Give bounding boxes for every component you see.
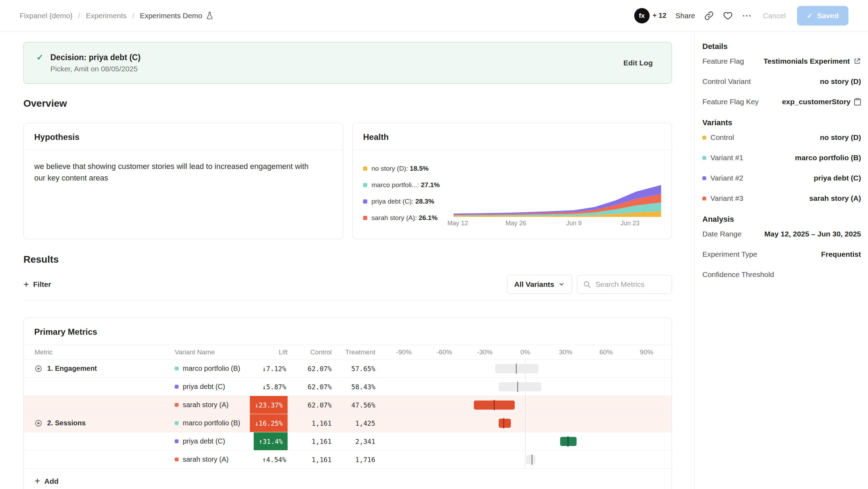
mean-tick: [503, 418, 504, 428]
confidence-interval-cell: [392, 396, 669, 414]
legend-item[interactable]: priya debt (C): 28.3%: [363, 198, 440, 205]
legend-label: sarah story (A): 26.1%: [371, 214, 437, 222]
mean-tick: [517, 382, 518, 392]
lift-value: ↓7.12%: [262, 365, 288, 373]
treatment-value: 2,341: [332, 438, 375, 445]
variants-dropdown[interactable]: All Variants: [507, 275, 572, 294]
confidence-interval-cell: [392, 451, 669, 468]
control-value: 1,161: [288, 419, 332, 427]
variant-color-dot: [702, 156, 706, 160]
external-link-icon[interactable]: [853, 57, 861, 65]
lift-value: ↓5.87%: [262, 383, 288, 391]
sidebar-row-label: Control: [710, 133, 734, 142]
sidebar-row-value: priya debt (C): [814, 174, 861, 182]
sidebar-row-value: Testimonials Experiment: [764, 57, 850, 65]
more-options-icon[interactable]: ⋯: [742, 11, 752, 21]
sidebar-section-heading: Analysis: [702, 215, 861, 224]
variant-cell: sarah story (A): [175, 401, 246, 409]
axis-tick-label: 90%: [640, 348, 653, 356]
health-title: Health: [353, 123, 672, 150]
x-axis-label: May 12: [447, 220, 468, 227]
sidebar-row: Feature Flag Keyexp_customerStory: [702, 97, 861, 106]
table-row[interactable]: 1. Engagementmarco portfolio (B)↓7.12%62…: [24, 360, 672, 378]
sidebar-row-label: Feature Flag Key: [702, 98, 759, 106]
confidence-interval-cell: [392, 360, 669, 377]
zero-axis-line: [525, 432, 526, 450]
copy-link-icon[interactable]: [704, 11, 714, 21]
treatment-value: 58.43%: [332, 383, 375, 391]
metric-name: 1. Engagement: [47, 364, 97, 373]
copy-clipboard-icon[interactable]: [854, 98, 861, 106]
sidebar-row-label: Feature Flag: [702, 57, 744, 65]
lift-value: ↑4.54%: [262, 456, 288, 463]
sidebar-row-label: Variant #3: [710, 194, 743, 203]
confidence-interval-bar: [495, 364, 538, 373]
breadcrumb-experiments[interactable]: Experiments: [86, 12, 127, 20]
sidebar-row-value: sarah story (A): [809, 194, 861, 203]
collaborators-count[interactable]: + 12: [653, 12, 666, 20]
sidebar-row-value: marco portfolio (B): [795, 154, 861, 162]
health-chart-xlabels: May 12May 26Jun 9Jun 23: [454, 220, 661, 228]
col-lift: Lift: [246, 348, 288, 356]
confidence-interval-cell: [392, 414, 669, 432]
collaborators[interactable]: fx + 12: [634, 8, 666, 23]
control-value: 1,161: [288, 456, 332, 463]
avatar[interactable]: fx: [634, 8, 650, 23]
sidebar-section-heading: Details: [702, 42, 861, 51]
zero-axis-line: [525, 451, 526, 468]
breadcrumb-current: Experiments Demo: [140, 12, 214, 20]
lift-value: ↓16.25%: [250, 414, 288, 432]
edit-log-button[interactable]: Edit Log: [623, 59, 653, 67]
favorite-heart-icon[interactable]: [723, 11, 733, 21]
header-actions: fx + 12 Share ⋯ Cancel ✓ Saved: [634, 6, 848, 26]
results-toolbar: + Filter All Variants: [23, 275, 672, 294]
health-legend: no story (D): 18.5%marco portfoli...: 27…: [363, 159, 440, 228]
breadcrumb-project[interactable]: Fixpanel {demo}: [20, 12, 73, 20]
variant-name: priya debt (C): [183, 383, 225, 391]
table-row[interactable]: priya debt (C)↑31.4%1,1612,341: [24, 432, 672, 451]
legend-swatch: [363, 166, 367, 171]
table-row[interactable]: sarah story (A)↓23.37%62.07%47.56%: [24, 396, 672, 414]
sidebar-row-value: exp_customerStory: [782, 98, 851, 106]
decision-title: Decision: priya debt (C): [50, 53, 140, 62]
search-input[interactable]: [595, 280, 666, 289]
variant-color-dot: [175, 458, 179, 461]
variant-cell: priya debt (C): [175, 383, 246, 391]
legend-item[interactable]: sarah story (A): 26.1%: [363, 214, 440, 222]
share-button[interactable]: Share: [675, 12, 695, 20]
top-bar: Fixpanel {demo} Experiments Experiments …: [0, 0, 868, 31]
treatment-value: 1,716: [332, 456, 375, 463]
variant-color-dot: [175, 367, 179, 370]
sidebar-row-value: Frequentist: [821, 250, 861, 258]
hypothesis-text: we believe that showing customer stories…: [24, 150, 331, 194]
saved-button[interactable]: ✓ Saved: [797, 6, 848, 26]
details-sidebar: DetailsFeature FlagTestimonials Experime…: [694, 31, 868, 489]
control-value: 1,161: [288, 438, 332, 445]
legend-item[interactable]: marco portfoli...: 27.1%: [363, 181, 440, 189]
confidence-interval-bar: [499, 419, 511, 428]
filter-button[interactable]: + Filter: [23, 280, 51, 289]
confidence-interval-bar: [526, 455, 535, 464]
decision-subtitle: Picker, Amit on 08/05/2025: [50, 65, 140, 73]
metric-target-icon: [35, 419, 42, 427]
legend-swatch: [363, 216, 367, 220]
lift-cell: ↓16.25%: [246, 414, 288, 432]
cancel-button[interactable]: Cancel: [761, 8, 788, 23]
legend-item[interactable]: no story (D): 18.5%: [363, 165, 440, 172]
metrics-search[interactable]: [577, 275, 672, 294]
breadcrumb: Fixpanel {demo} Experiments Experiments …: [20, 12, 214, 20]
metric-cell: 2. Sessions: [24, 419, 175, 427]
decision-check-icon: ✓: [36, 52, 50, 62]
variant-name: marco portfolio (B): [183, 364, 240, 373]
table-row[interactable]: 2. Sessionsmarco portfolio (B)↓16.25%1,1…: [24, 414, 672, 432]
x-axis-label: Jun 23: [621, 220, 639, 227]
table-row[interactable]: sarah story (A)↑4.54%1,1611,716: [24, 451, 672, 469]
lift-cell: ↑4.54%: [246, 451, 288, 468]
control-value: 62.07%: [288, 401, 332, 409]
axis-tick-label: 60%: [599, 348, 613, 356]
control-value: 62.07%: [288, 365, 332, 373]
table-row[interactable]: priya debt (C)↓5.87%62.07%58.43%: [24, 378, 672, 396]
add-metric-button[interactable]: + Add: [24, 469, 672, 489]
zero-axis-line: [525, 396, 526, 414]
metric-cell: 1. Engagement: [24, 364, 175, 373]
